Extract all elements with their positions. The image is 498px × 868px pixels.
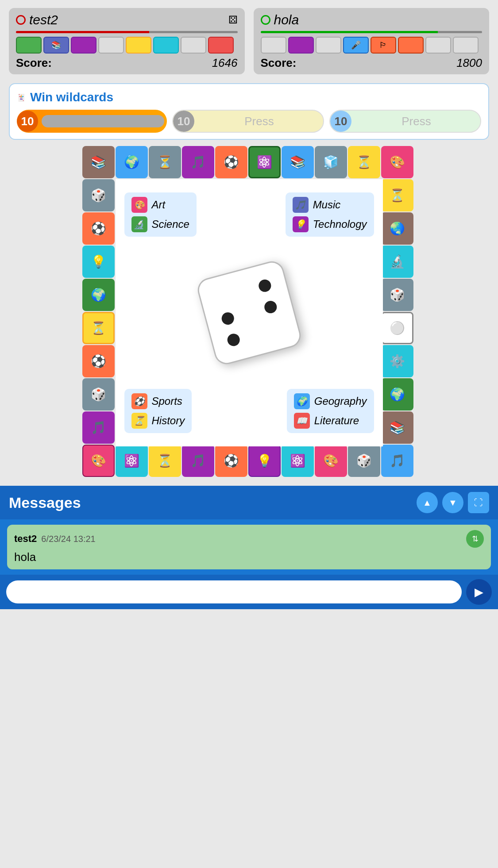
token-2-5: 🏳 <box>371 37 396 54</box>
messages-scroll-up[interactable]: ▲ <box>417 492 438 513</box>
player1-panel: test2 ⚄ 📚 Score: 1646 <box>9 8 245 74</box>
dice-dot-1 <box>214 289 229 304</box>
sports-label: Sports <box>152 395 182 407</box>
token-1-2: 📚 <box>43 37 69 54</box>
cell-r1c1: 📚 <box>82 146 115 178</box>
wildcard-bar-2[interactable]: 10 Press <box>172 110 324 133</box>
cell-r10c1-corner: 🎨 <box>82 445 115 477</box>
cell-r1c10: 🎨 <box>381 146 413 178</box>
cell-r2c1: 🎲 <box>82 179 115 211</box>
messages-controls: ▲ ▼ ⛶ <box>417 492 489 513</box>
token-2-7 <box>425 37 451 54</box>
token-2-3 <box>316 37 341 54</box>
technology-label: Technology <box>313 218 367 230</box>
dice-dot-4 <box>220 311 235 326</box>
label-literature: 📖 Literature <box>294 413 367 429</box>
player1-tokens: 📚 <box>16 37 238 54</box>
label-sports: ⚽ Sports <box>131 393 185 409</box>
cell-r2c10: ⏳ <box>381 179 413 211</box>
wc-press-label-2: Press <box>355 115 478 128</box>
player2-name-row: hola <box>261 12 299 27</box>
history-label: History <box>152 415 185 427</box>
wildcards-header: 🃏 Win wildcards <box>17 90 481 104</box>
art-label: Art <box>152 199 166 211</box>
cell-r5c1: 🌍 <box>82 279 115 311</box>
wc-press-label-1: Press <box>198 115 320 128</box>
player2-panel: hola 🎤 🏳 Score: 1800 <box>254 8 490 74</box>
cell-r6c10-corner: ⚪ <box>381 312 413 344</box>
cell-r8c1: 🎲 <box>82 378 115 411</box>
music-icon: 🎵 <box>293 197 309 213</box>
player1-score-label: Score: <box>16 56 52 70</box>
label-box-geo-lit: 🌍 Geography 📖 Literature <box>287 389 374 433</box>
geography-icon: 🌍 <box>294 393 310 409</box>
board-container: 📚 🌍 ⏳ 🎵 ⚽ ⚛️ 📚 🧊 ⏳ 🎨 🎲 🌍 ⏳ ⚽ <box>9 146 489 480</box>
label-art: 🎨 Art <box>131 197 189 213</box>
message-meta-0: test2 6/23/24 13:21 ⇅ <box>14 530 484 548</box>
dice-dot-9 <box>269 321 284 336</box>
wildcard-bar-1[interactable]: 10 <box>17 110 167 133</box>
cell-r4c1: 💡 <box>82 246 115 278</box>
msg-text-0: hola <box>14 550 484 564</box>
cell-r1c5: ⚽ <box>215 146 247 178</box>
cell-r5c10: 🎲 <box>381 279 413 311</box>
message-item-0: test2 6/23/24 13:21 ⇅ hola <box>7 525 491 569</box>
wildcard-bar-3[interactable]: 10 Press <box>329 110 481 133</box>
label-science: 🔬 Science <box>131 216 189 232</box>
messages-section: Messages ▲ ▼ ⛶ test2 6/23/24 13:21 ⇅ hol… <box>0 486 498 609</box>
token-2-6 <box>398 37 424 54</box>
cell-r10c2: ⚛️ <box>116 445 148 477</box>
cell-r7c1: ⚽ <box>82 345 115 377</box>
label-technology: 💡 Technology <box>293 216 367 232</box>
cell-r1c6-corner: ⚛️ <box>248 146 281 178</box>
art-icon: 🎨 <box>131 197 147 213</box>
cell-r1c2: 🌍 <box>116 146 148 178</box>
dice-dot-2 <box>235 284 251 299</box>
cell-r1c7: 📚 <box>282 146 314 178</box>
msg-username-0: test2 <box>14 533 37 545</box>
science-label: Science <box>152 218 189 230</box>
label-box-art-science: 🎨 Art 🔬 Science <box>124 192 197 237</box>
messages-scroll-down[interactable]: ▼ <box>442 492 463 513</box>
token-2-4: 🎤 <box>343 37 369 54</box>
token-1-7 <box>181 37 206 54</box>
wildcard-icon: 🃏 <box>17 93 26 102</box>
technology-icon: 💡 <box>293 216 309 232</box>
cell-r10c9: 🎲 <box>348 445 380 477</box>
label-box-music-tech: 🎵 Music 💡 Technology <box>286 192 374 237</box>
wc-number-2: 10 <box>173 111 194 132</box>
token-2-1 <box>261 37 286 54</box>
player2-score-value: 1800 <box>456 56 482 70</box>
cell-r1c8: 🧊 <box>315 146 347 178</box>
cell-r10c4: 🎵 <box>182 445 214 477</box>
label-history: ⏳ History <box>131 413 185 429</box>
player1-score-bar <box>16 31 238 33</box>
player1-indicator <box>16 15 26 25</box>
cell-r1c9: ⏳ <box>348 146 380 178</box>
label-box-sports-history: ⚽ Sports ⏳ History <box>124 389 192 433</box>
token-1-3 <box>71 37 97 54</box>
cell-r8c10: 🌍 <box>381 378 413 411</box>
player1-name: test2 <box>29 12 58 27</box>
dice-dot-3 <box>257 278 272 293</box>
token-1-1 <box>16 37 42 54</box>
player2-name: hola <box>274 12 299 27</box>
music-label: Music <box>313 199 341 211</box>
cell-r10c6-corner: 💡 <box>248 445 281 477</box>
send-button[interactable]: ▶ <box>466 579 492 605</box>
cell-r6c1-corner: ⏳ <box>82 312 115 344</box>
dice-roll-icon[interactable]: ⚄ <box>228 14 238 26</box>
messages-title: Messages <box>9 494 81 511</box>
messages-expand[interactable]: ⛶ <box>468 492 489 513</box>
cell-r3c10: 🌏 <box>381 212 413 245</box>
message-input[interactable] <box>6 580 462 603</box>
board-wrapper: 📚 🌍 ⏳ 🎵 ⚽ ⚛️ 📚 🧊 ⏳ 🎨 🎲 🌍 ⏳ ⚽ <box>82 146 416 480</box>
cell-r4c10: 🔬 <box>381 246 413 278</box>
msg-sort-button[interactable]: ⇅ <box>466 530 484 548</box>
wildcard-bars: 10 10 Press 10 Press <box>17 110 481 133</box>
dice-dot-6 <box>263 300 278 315</box>
history-icon: ⏳ <box>131 413 147 429</box>
cell-r3c1: ⚽ <box>82 212 115 245</box>
cell-r10c5: ⚽ <box>215 445 247 477</box>
player2-score-label: Score: <box>261 56 297 70</box>
